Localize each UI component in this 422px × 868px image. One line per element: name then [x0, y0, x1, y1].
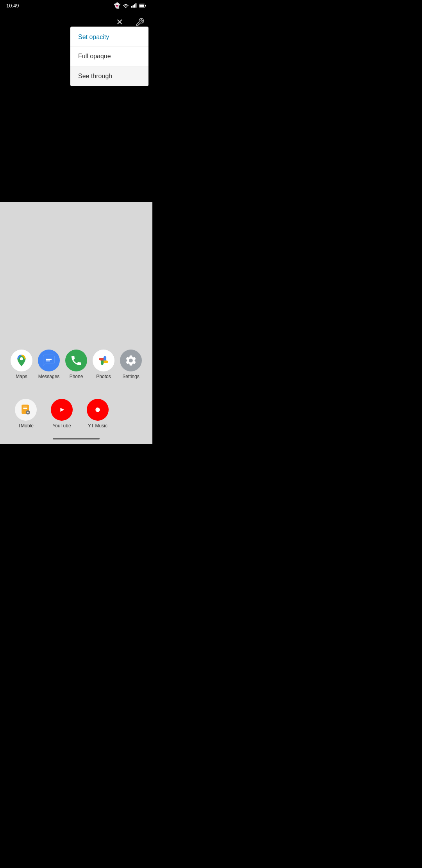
svg-rect-3 [136, 3, 137, 7]
svg-rect-0 [131, 6, 132, 7]
signal-icon [131, 3, 137, 8]
app-item-maps[interactable]: Maps [8, 350, 35, 379]
app-item-photos[interactable]: Photos [90, 350, 117, 379]
youtube-icon [51, 399, 73, 421]
nav-pill [53, 438, 100, 439]
dropdown-title: Set opacity [70, 27, 148, 47]
svg-rect-2 [134, 4, 135, 7]
youtube-label: YouTube [52, 423, 71, 429]
home-screen: Maps Messages [0, 202, 152, 444]
app-item-tmoble[interactable]: TMoble [12, 399, 40, 429]
app-item-settings[interactable]: Settings [117, 350, 145, 379]
battery-icon [139, 4, 146, 8]
photos-label: Photos [96, 374, 111, 379]
svg-rect-9 [23, 407, 27, 407]
svg-rect-1 [133, 5, 134, 7]
maps-icon [11, 350, 32, 371]
status-bar: 10:49 👻 [0, 0, 152, 11]
ghost-icon: 👻 [114, 2, 120, 9]
svg-rect-10 [23, 408, 27, 409]
app-item-youtube[interactable]: YouTube [48, 399, 76, 429]
status-icons: 👻 [114, 2, 146, 9]
app-item-messages[interactable]: Messages [35, 350, 63, 379]
nav-bar [0, 433, 152, 444]
tmoble-icon [15, 399, 37, 421]
settings-label: Settings [122, 374, 139, 379]
settings-icon [120, 350, 142, 371]
tmoble-label: TMoble [18, 423, 34, 429]
dropdown-item-see-through[interactable]: See through [70, 66, 148, 86]
wifi-icon [123, 3, 129, 8]
dropdown-item-full-opaque[interactable]: Full opaque [70, 47, 148, 66]
close-icon: ✕ [116, 18, 123, 27]
app-row-2: TMoble YouTube YT Music [0, 395, 152, 432]
phone-label: Phone [70, 374, 83, 379]
app-item-phone[interactable]: Phone [63, 350, 90, 379]
maps-label: Maps [16, 374, 27, 379]
ytmusic-label: YT Music [88, 423, 107, 429]
svg-rect-5 [145, 5, 146, 6]
wrench-icon [135, 18, 145, 27]
app-row-1: Maps Messages [0, 346, 152, 383]
svg-point-7 [20, 357, 23, 360]
dropdown-menu: Set opacity Full opaque See through [70, 27, 148, 86]
svg-rect-6 [139, 4, 144, 7]
messages-label: Messages [38, 374, 60, 379]
app-item-ytmusic[interactable]: YT Music [84, 399, 112, 429]
status-time: 10:49 [6, 3, 19, 9]
messages-icon [38, 350, 60, 371]
photos-icon [93, 350, 114, 371]
phone-icon [65, 350, 87, 371]
ytmusic-icon [87, 399, 109, 421]
